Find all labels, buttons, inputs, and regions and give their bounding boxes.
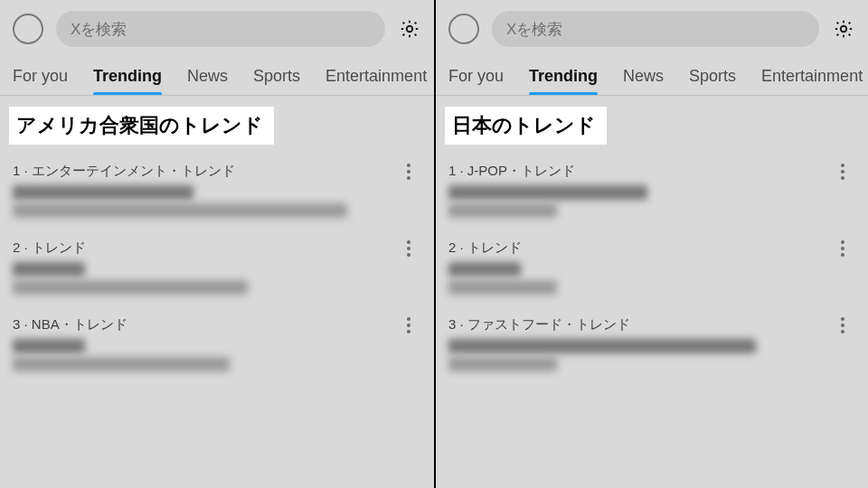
search-input[interactable]: Xを検索 (56, 11, 385, 47)
trend-category-text: トレンド (32, 239, 86, 255)
avatar[interactable] (13, 14, 43, 44)
tab-sports[interactable]: Sports (689, 61, 736, 95)
tab-news[interactable]: News (187, 61, 228, 95)
tab-trending[interactable]: Trending (529, 61, 598, 95)
trend-category: 1 · エンターテインメント・トレンド (13, 163, 391, 180)
sep: · (20, 316, 32, 332)
trend-list: 1 · J-POP・トレンド 2 · トレンド 3 · ファストフード・トレンド (436, 150, 868, 388)
trend-category: 2 · トレンド (448, 239, 825, 257)
panel-left: Xを検索 For you Trending News Sports Entert… (0, 0, 434, 488)
tab-for-you[interactable]: For you (13, 61, 68, 95)
tab-news[interactable]: News (623, 61, 664, 95)
sep: · (456, 239, 467, 255)
tab-label: Sports (253, 67, 300, 85)
tab-label: Sports (689, 67, 736, 85)
more-icon[interactable] (400, 238, 418, 259)
trend-item[interactable]: 2 · トレンド (7, 230, 427, 307)
trend-category-text: エンターテインメント・トレンド (32, 163, 235, 178)
trend-category: 3 · NBA・トレンド (13, 316, 391, 333)
topbar: Xを検索 (0, 0, 434, 56)
heading-wrap: アメリカ合衆国のトレンド (0, 96, 434, 150)
trend-meta-redacted (448, 280, 557, 295)
trend-category-text: トレンド (467, 239, 522, 255)
tabs: For you Trending News Sports Entertainme… (436, 56, 868, 96)
search-input[interactable]: Xを検索 (492, 11, 819, 47)
trend-list: 1 · エンターテインメント・トレンド 2 · トレンド 3 · NBA・トレン… (0, 150, 434, 388)
trend-item[interactable]: 2 · トレンド (443, 230, 861, 307)
trend-category-text: ファストフード・トレンド (467, 316, 630, 332)
trend-meta-redacted (13, 280, 248, 295)
svg-point-0 (407, 26, 412, 32)
trend-meta-redacted (13, 203, 347, 218)
trend-title-redacted (448, 185, 647, 200)
trend-meta-redacted (13, 357, 230, 371)
trend-category: 3 · ファストフード・トレンド (448, 316, 825, 333)
search-placeholder: Xを検索 (71, 19, 127, 40)
more-icon[interactable] (400, 314, 418, 336)
tab-label: For you (13, 67, 68, 85)
trend-category: 1 · J-POP・トレンド (448, 163, 825, 180)
tabs: For you Trending News Sports Entertainme… (0, 56, 434, 96)
trend-title-redacted (13, 262, 85, 277)
sep: · (456, 316, 467, 332)
tab-label: Trending (529, 67, 598, 85)
trend-title-redacted (13, 339, 85, 353)
search-placeholder: Xを検索 (506, 19, 562, 40)
tab-label: For you (448, 67, 504, 85)
trend-item[interactable]: 3 · NBA・トレンド (7, 307, 427, 384)
heading-wrap: 日本のトレンド (436, 96, 868, 150)
more-icon[interactable] (834, 314, 852, 336)
trend-item[interactable]: 3 · ファストフード・トレンド (443, 307, 861, 384)
settings-gear-icon[interactable] (398, 17, 421, 41)
trends-heading: アメリカ合衆国のトレンド (9, 107, 274, 145)
trend-title-redacted (448, 262, 521, 277)
trend-meta-redacted (448, 203, 557, 218)
trend-item[interactable]: 1 · J-POP・トレンド (443, 154, 861, 230)
sep: · (20, 163, 32, 178)
settings-gear-icon[interactable] (832, 17, 855, 41)
panel-right: Xを検索 For you Trending News Sports Entert… (434, 0, 868, 488)
trend-title-redacted (13, 185, 193, 200)
sep: · (20, 239, 32, 255)
tab-label: News (623, 67, 664, 85)
tab-label: News (187, 67, 228, 85)
trends-heading: 日本のトレンド (445, 107, 607, 145)
tab-label: Trending (93, 67, 162, 85)
tab-trending[interactable]: Trending (93, 61, 162, 95)
tab-label: Entertainment (326, 67, 427, 85)
sep: · (456, 163, 467, 178)
trend-category-text: J-POP・トレンド (467, 163, 575, 178)
more-icon[interactable] (834, 238, 852, 259)
svg-point-1 (841, 26, 846, 32)
trend-title-redacted (448, 339, 756, 353)
trend-meta-redacted (448, 357, 557, 371)
avatar[interactable] (448, 14, 479, 44)
tab-for-you[interactable]: For you (448, 61, 504, 95)
tab-entertainment[interactable]: Entertainment (761, 61, 863, 95)
more-icon[interactable] (834, 161, 852, 183)
trend-item[interactable]: 1 · エンターテインメント・トレンド (7, 154, 427, 230)
tab-sports[interactable]: Sports (253, 61, 300, 95)
tab-entertainment[interactable]: Entertainment (326, 61, 427, 95)
tab-label: Entertainment (761, 67, 863, 85)
more-icon[interactable] (400, 161, 418, 183)
topbar: Xを検索 (436, 0, 868, 56)
trend-category: 2 · トレンド (13, 239, 391, 257)
trend-category-text: NBA・トレンド (32, 316, 127, 332)
